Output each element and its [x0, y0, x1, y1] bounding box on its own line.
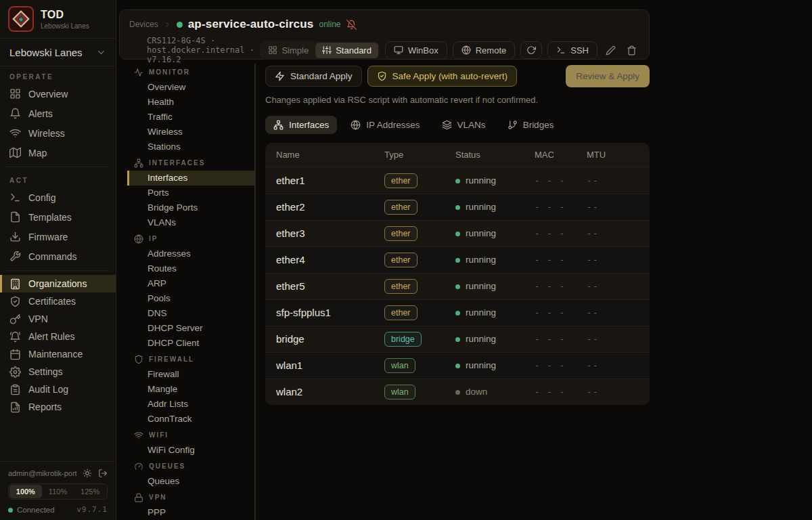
view-mode-standard[interactable]: Standard [315, 43, 378, 58]
action-label: SSH [570, 45, 589, 56]
sidebar-item-vpn[interactable]: VPN [0, 310, 116, 328]
devnav-item-queues[interactable]: Queues [127, 474, 254, 489]
devnav-item-arp[interactable]: ARP [127, 276, 254, 291]
table-row[interactable]: ether5etherrunning- - --- [265, 273, 650, 299]
table-row[interactable]: sfp-sfpplus1etherrunning- - --- [265, 299, 650, 326]
devnav-item-traffic[interactable]: Traffic [127, 110, 254, 125]
sidebar-item-certificates[interactable]: Certificates [0, 292, 116, 310]
terminal-icon [9, 192, 21, 203]
devnav-item-routes[interactable]: Routes [127, 261, 254, 276]
table-row[interactable]: bridgebridgerunning- - --- [265, 326, 650, 352]
cell-name: sfp-sfpplus1 [265, 299, 374, 326]
sidebar-item-map[interactable]: Map [0, 143, 116, 162]
type-badge: ether [384, 279, 418, 294]
connected-dot [8, 508, 13, 513]
sidebar-item-commands[interactable]: Commands [0, 246, 116, 266]
sidebar-item-maintenance[interactable]: Maintenance [0, 345, 116, 363]
devnav-item-dns[interactable]: DNS [127, 306, 254, 321]
logout-icon[interactable] [98, 469, 108, 478]
devnav-section-label: IP [149, 235, 158, 242]
devnav-section-ip: IP [127, 230, 254, 246]
cell-mac: - - - [524, 299, 576, 326]
cell-mtu: -- [576, 352, 650, 378]
safe-apply-button[interactable]: Safe Apply (with auto-revert) [367, 66, 517, 87]
sidebar-item-audit-log[interactable]: Audit Log [0, 381, 116, 398]
table-row[interactable]: ether3etherrunning- - --- [265, 220, 650, 246]
sidebar-item-wireless[interactable]: Wireless [0, 123, 116, 143]
table-row[interactable]: wlan2wlandown- - --- [265, 378, 650, 405]
bell-off-icon[interactable] [346, 20, 357, 30]
devnav-item-overview[interactable]: Overview [127, 80, 254, 95]
device-nav: MONITOROverviewHealthTrafficWirelessStat… [127, 64, 256, 520]
devnav-item-conntrack[interactable]: ConnTrack [127, 412, 254, 427]
devnav-item-wifi-config[interactable]: WiFi Config [127, 443, 254, 458]
chevron-right-icon [164, 21, 171, 28]
type-badge: ether [384, 200, 418, 215]
view-mode-simple[interactable]: Simple [261, 43, 315, 58]
devnav-item-addresses[interactable]: Addresses [127, 246, 254, 261]
table-row[interactable]: ether2etherrunning- - --- [265, 194, 650, 220]
status-dot [455, 364, 460, 368]
standard-apply-label: Standard Apply [290, 71, 353, 81]
sidebar-item-settings[interactable]: Settings [0, 363, 116, 381]
status-dot [455, 232, 460, 236]
tab-vlans[interactable]: VLANs [434, 116, 494, 134]
org-selector[interactable]: Lebowski Lanes [0, 39, 116, 66]
tab-ip-addresses[interactable]: IP Addresses [342, 116, 428, 134]
cell-status: running [445, 326, 524, 352]
devnav-item-dhcp-client[interactable]: DHCP Client [127, 336, 254, 351]
sidebar-item-firmware[interactable]: Firmware [0, 227, 116, 246]
zoom-level-100[interactable]: 100% [9, 485, 42, 498]
theme-toggle-icon[interactable] [83, 469, 92, 478]
sidebar-item-alerts[interactable]: Alerts [0, 104, 116, 123]
cell-status: running [445, 246, 524, 273]
devnav-item-wireless[interactable]: Wireless [127, 125, 254, 139]
bell-ring-icon [9, 331, 21, 343]
table-row[interactable]: wlan1wlanrunning- - --- [265, 352, 650, 378]
review-apply-button[interactable]: Review & Apply [566, 65, 650, 87]
sidebar-item-organizations[interactable]: Organizations [0, 275, 116, 292]
sidebar-item-config[interactable]: Config [0, 188, 116, 207]
trash-icon [627, 45, 637, 56]
download-icon [9, 231, 21, 242]
pencil-button[interactable] [603, 42, 618, 59]
devnav-item-dhcp-server[interactable]: DHCP Server [127, 321, 254, 336]
devnav-item-interfaces[interactable]: Interfaces [127, 171, 254, 186]
sidebar-item-overview[interactable]: Overview [0, 84, 116, 104]
device-header-card: Devices ap-service-auto-circus online CR… [119, 9, 650, 60]
tab-interfaces[interactable]: Interfaces [265, 116, 337, 134]
devnav-item-bridge-ports[interactable]: Bridge Ports [127, 200, 254, 215]
standard-apply-button[interactable]: Standard Apply [265, 66, 362, 87]
sidebar-item-reports[interactable]: Reports [0, 398, 116, 416]
devnav-item-ports[interactable]: Ports [127, 186, 254, 200]
trash-button[interactable] [624, 42, 639, 59]
action-ssh-button[interactable]: SSH [547, 41, 597, 60]
sidebar-item-alert-rules[interactable]: Alert Rules [0, 328, 116, 345]
refresh-button[interactable] [520, 41, 542, 59]
table-row[interactable]: ether1etherrunning- - --- [265, 167, 650, 194]
devnav-item-vlans[interactable]: VLANs [127, 215, 254, 230]
table-row[interactable]: ether4etherrunning- - --- [265, 246, 650, 273]
sidebar-item-label: Maintenance [28, 349, 83, 360]
apply-note: Changes applied via RSC script with auto… [265, 95, 650, 105]
devnav-item-ppp[interactable]: PPP [127, 505, 254, 520]
devnav-section-monitor: MONITOR [127, 64, 254, 80]
zoom-level-110[interactable]: 110% [42, 485, 74, 498]
devnav-item-health[interactable]: Health [127, 95, 254, 110]
brand-name: TOD [41, 9, 89, 21]
devnav-item-stations[interactable]: Stations [127, 139, 254, 154]
devnav-item-addr-lists[interactable]: Addr Lists [127, 397, 254, 412]
devnav-item-firewall[interactable]: Firewall [127, 367, 254, 382]
breadcrumb-devices[interactable]: Devices [129, 20, 158, 29]
devnav-item-mangle[interactable]: Mangle [127, 382, 254, 397]
action-remote-button[interactable]: Remote [453, 41, 516, 60]
devnav-item-pools[interactable]: Pools [127, 291, 254, 306]
status-label: down [466, 387, 487, 397]
tab-bridges[interactable]: Bridges [499, 116, 562, 134]
zoom-level-125[interactable]: 125% [74, 485, 106, 498]
connection-status-label: Connected [17, 506, 55, 514]
device-online-dot [177, 22, 183, 28]
sidebar-item-templates[interactable]: Templates [0, 207, 116, 227]
action-winbox-button[interactable]: WinBox [385, 41, 447, 60]
cell-status: running [445, 273, 524, 299]
